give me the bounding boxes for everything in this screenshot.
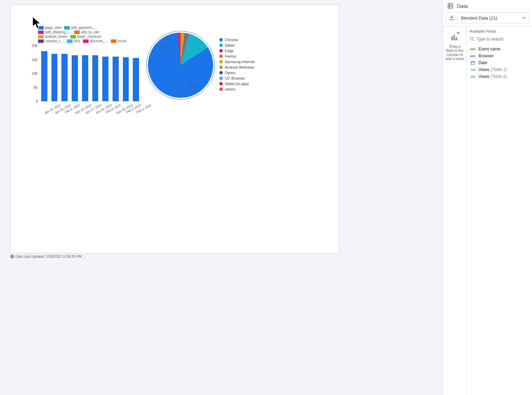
svg-rect-8 xyxy=(453,35,455,39)
legend-label: campus_c… xyxy=(45,39,64,43)
legend-swatch xyxy=(70,35,76,38)
field-type-badge: ABC xyxy=(470,55,476,58)
data-panel: Data Blended Data (21) xyxy=(443,0,532,395)
data-icon xyxy=(447,3,453,9)
svg-rect-15 xyxy=(471,61,475,65)
bar-legend-item: begin_checkout xyxy=(70,35,101,38)
legend-swatch xyxy=(38,35,44,38)
legend-swatch xyxy=(219,60,223,63)
pie-legend-item: Edge xyxy=(219,49,255,53)
legend-label: add_shipping_i… xyxy=(45,30,71,34)
bar-chart[interactable]: page_viewadd_payment_…add_shipping_i…add… xyxy=(24,26,141,115)
pie-chart[interactable]: 11.8% 82.7% ChromeSafariEdgeFirefoxSamsu… xyxy=(148,33,265,98)
field-name: Browser xyxy=(478,54,494,58)
legend-label: errors xyxy=(118,39,127,43)
pie-label-chrome: 82.7% xyxy=(188,84,198,88)
legend-label: add_to_cart xyxy=(81,30,99,34)
status-text: Data Last Updated: 2/16/2022 12:06:33 PM xyxy=(15,255,82,258)
legend-swatch xyxy=(219,55,223,58)
pie-legend-item: Firefox xyxy=(219,54,255,58)
pie-legend-item: Android Webview xyxy=(219,65,255,69)
data-source-select[interactable]: Blended Data (21) xyxy=(458,12,529,23)
legend-label: Safari (in-app) xyxy=(225,82,249,86)
svg-line-14 xyxy=(473,40,474,41)
field-suffix: (Table 2) xyxy=(491,74,507,79)
legend-label: discount_… xyxy=(90,39,108,43)
available-fields-title: Available Fields xyxy=(467,29,532,35)
svg-point-4 xyxy=(450,19,451,20)
field-row[interactable]: Date xyxy=(467,59,532,66)
legend-swatch xyxy=(219,82,223,85)
pie-chart-plot: 11.8% 82.7% xyxy=(148,33,213,98)
bar xyxy=(92,55,99,101)
bar xyxy=(82,55,88,101)
svg-point-13 xyxy=(471,37,473,40)
bar xyxy=(113,57,119,101)
field-name: Date xyxy=(478,60,487,65)
field-type-badge: 123 xyxy=(470,68,476,71)
legend-swatch xyxy=(64,26,70,30)
field-row[interactable]: ABCBrowser xyxy=(467,53,532,59)
data-source-label: Blended Data (21) xyxy=(461,15,497,21)
blend-data-button[interactable] xyxy=(446,12,458,23)
add-chart-drop-area[interactable]: Drag a field to the canvas to add a char… xyxy=(443,26,467,395)
field-row[interactable]: 123Views(Table 1) xyxy=(467,66,532,73)
bar xyxy=(41,51,47,101)
field-name: Views xyxy=(478,67,489,72)
bar-legend-item: add_payment_… xyxy=(64,26,97,30)
legend-label: others xyxy=(225,87,235,91)
legend-label: Samsung Internet xyxy=(225,60,255,64)
pie-legend-item: Samsung Internet xyxy=(219,60,255,64)
legend-swatch xyxy=(219,71,223,74)
legend-swatch xyxy=(219,66,223,69)
bar-chart-plot: 20K15K10K5K0 xyxy=(39,46,141,101)
bar-legend-item: add_shipping_i… xyxy=(38,30,71,34)
bar xyxy=(51,54,58,101)
legend-swatch xyxy=(67,39,72,43)
y-axis-tick: 15K xyxy=(32,58,38,61)
bar-legend-item: page_view xyxy=(38,26,61,30)
legend-label: begin_checkout xyxy=(77,35,101,38)
pie-legend-item: others xyxy=(219,87,255,91)
legend-swatch xyxy=(219,88,223,91)
pie-legend-item: Safari xyxy=(219,43,255,47)
svg-rect-7 xyxy=(451,36,453,39)
field-suffix: (Table 1) xyxy=(491,67,507,72)
bar-legend-item: click xyxy=(67,39,80,43)
field-row[interactable]: ABCEvent name xyxy=(467,46,532,53)
report-canvas[interactable]: page_viewadd_payment_…add_shipping_i…add… xyxy=(10,5,339,253)
bar xyxy=(102,57,108,101)
bar-legend-item: discount_… xyxy=(83,39,108,43)
available-fields-panel: Available Fields ABCEvent nameABCBrowser… xyxy=(467,26,532,395)
legend-swatch xyxy=(219,77,223,80)
bar-chart-x-axis: Jan 26, 2022Jan 25, 2022Feb 9, 2022Feb 1… xyxy=(39,101,141,115)
legend-swatch xyxy=(111,39,116,43)
y-axis-tick: 5K xyxy=(34,85,38,89)
legend-label: Android Webview xyxy=(225,65,254,69)
legend-swatch xyxy=(74,31,80,34)
field-type-badge: ABC xyxy=(470,48,476,51)
field-row[interactable]: 123Views(Table 2) xyxy=(467,73,532,80)
legend-swatch xyxy=(38,26,44,30)
y-axis-tick: 0 xyxy=(36,100,38,103)
info-icon: i xyxy=(10,255,14,258)
status-bar: i Data Last Updated: 2/16/2022 12:06:33 … xyxy=(10,255,87,258)
legend-swatch xyxy=(219,49,223,53)
search-icon xyxy=(470,36,475,42)
legend-label: Chrome xyxy=(225,38,238,42)
bar-legend-item: errors xyxy=(111,39,127,43)
pie-chart-legend: ChromeSafariEdgeFirefoxSamsung InternetA… xyxy=(219,38,255,93)
bar-chart-legend: page_viewadd_payment_…add_shipping_i…add… xyxy=(38,26,131,44)
blend-icon xyxy=(449,15,455,21)
fields-search-input[interactable] xyxy=(475,36,529,42)
bar-legend-item: campus_c… xyxy=(38,39,64,43)
calendar-icon xyxy=(471,60,475,65)
bar xyxy=(123,57,129,101)
data-panel-title: Data xyxy=(457,3,468,9)
drag-hint-text: Drag a field to the canvas to add a char… xyxy=(445,44,464,61)
legend-label: UC Browser xyxy=(225,76,245,80)
svg-rect-0 xyxy=(448,3,453,8)
chevron-down-icon xyxy=(522,16,525,20)
legend-swatch xyxy=(38,31,44,34)
field-name: Views xyxy=(478,74,489,79)
